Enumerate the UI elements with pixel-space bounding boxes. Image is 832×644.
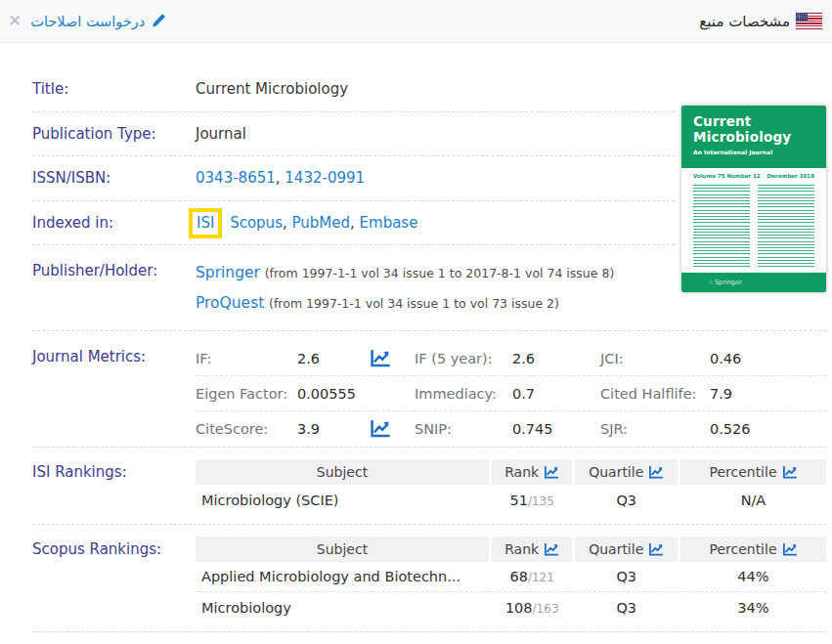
if-trend-chart-icon[interactable] (370, 349, 391, 368)
header-subject: Subject (196, 537, 489, 562)
header-rank: Rank (492, 459, 573, 485)
header-subject: Subject (196, 459, 489, 485)
publisher-note: (from 1997-1-1 vol 34 issue 1 to 2017-8-… (265, 266, 615, 280)
publisher-link-springer[interactable]: Springer (196, 264, 260, 281)
cover-publisher-logo: ⑃ Springer (681, 273, 826, 292)
quartile-cell: Q3 (575, 569, 677, 584)
publisher-entry: Springer (from 1997-1-1 vol 34 issue 1 t… (196, 258, 614, 288)
table-row: Microbiology 108/163 Q3 34% (196, 592, 826, 623)
scopus-rankings-table: Subject Rank Quartile Percentile Applied… (196, 537, 826, 623)
percentile-cell: 44% (680, 569, 826, 584)
header-percentile: Percentile (680, 459, 826, 485)
section-label: Journal Metrics: (32, 341, 196, 365)
publisher-note: (from 1997-1-1 vol 34 issue 1 to vol 73 … (269, 296, 559, 311)
field-row-issn: ISSN/ISBN: 0343-8651, 1432-0991 (32, 156, 675, 201)
cover-volume: Volume 75 Number 12 (693, 173, 761, 179)
separator: , (350, 214, 360, 232)
cover-date: December 2018 (766, 173, 814, 179)
percentile-cell: 34% (680, 600, 826, 616)
metric-if: IF: 2.6 (196, 341, 415, 376)
quartile-trend-chart-icon[interactable] (648, 542, 664, 557)
publisher-entry: ProQuest (from 1997-1-1 vol 34 issue 1 t… (196, 288, 614, 319)
cover-subtitle: An International Journal (693, 149, 816, 155)
rank-trend-chart-icon[interactable] (544, 465, 559, 480)
field-label: ISSN/ISBN: (32, 169, 196, 187)
field-row-publication-type: Publication Type: Journal (32, 112, 675, 157)
pencil-icon (151, 14, 165, 28)
subject-cell: Microbiology (196, 600, 489, 616)
percentile-trend-chart-icon[interactable] (782, 542, 798, 557)
table-row: Microbiology (SCIE) 51/135 Q3 N/A (196, 485, 826, 515)
cover-article-list (681, 181, 826, 273)
journal-cover-image: Current Microbiology An International Jo… (681, 106, 826, 292)
header-quartile: Quartile (575, 537, 677, 562)
subject-cell: Microbiology (SCIE) (196, 493, 489, 508)
cover-volume-line: Volume 75 Number 12 December 2018 (681, 168, 826, 181)
rank-cell: 68/121 (492, 569, 573, 584)
separator: , (276, 169, 285, 187)
field-row-indexed-in: Indexed in: ISI Scopus, PubMed, Embase (32, 201, 675, 246)
index-link-scopus[interactable]: Scopus (230, 214, 283, 232)
metric-sjr: SJR: 0.526 (600, 411, 826, 447)
header-rank: Rank (492, 537, 573, 562)
metric-immediacy: Immediacy: 0.7 (415, 376, 600, 411)
metric-citescore: CiteScore: 3.9 (196, 411, 415, 447)
table-header: Subject Rank Quartile Percentile (196, 537, 826, 562)
field-label: Publisher/Holder: (32, 258, 196, 279)
record-details: Current Microbiology An International Jo… (0, 43, 832, 632)
field-label: Publication Type: (32, 125, 196, 143)
page-title: مشخصات منبع (699, 13, 790, 30)
field-label: Title: (32, 80, 196, 98)
basic-fields: Title: Current Microbiology Publication … (32, 67, 675, 245)
rank-trend-chart-icon[interactable] (544, 542, 559, 557)
scopus-rankings-section: Scopus Rankings: Subject Rank Quartile P… (32, 525, 826, 632)
close-icon[interactable]: ✕ (8, 13, 22, 29)
section-label: Scopus Rankings: (32, 537, 196, 558)
quartile-cell: Q3 (575, 493, 677, 508)
metric-cited-halflife: Cited Halflife: 7.9 (600, 376, 826, 411)
metric-snip: SNIP: 0.745 (415, 411, 600, 447)
cover-text-column (693, 185, 750, 267)
publication-type-value: Journal (196, 125, 246, 143)
cover-text-column (758, 185, 814, 267)
journal-title-value: Current Microbiology (196, 80, 348, 98)
rank-cell: 51/135 (492, 493, 573, 508)
table-header: Subject Rank Quartile Percentile (196, 459, 826, 485)
metric-eigen-factor: Eigen Factor: 0.00555 (196, 376, 415, 411)
issn-link[interactable]: 0343-8651 (196, 169, 276, 187)
isi-rankings-table: Subject Rank Quartile Percentile Microbi… (196, 459, 826, 515)
separator: , (283, 214, 292, 232)
percentile-cell: N/A (680, 493, 826, 508)
field-label: Indexed in: (32, 214, 196, 232)
publisher-link-proquest[interactable]: ProQuest (196, 294, 264, 312)
request-corrections-link[interactable]: درخواست اصلاحات (30, 14, 165, 29)
cover-header: Current Microbiology An International Jo… (681, 106, 826, 168)
issn-link[interactable]: 1432-0991 (285, 169, 365, 187)
subject-cell: Applied Microbiology and Biotechn... (196, 569, 489, 584)
index-link-pubmed[interactable]: PubMed (292, 214, 351, 232)
top-bar: ✕ درخواست اصلاحات مشخصات منبع (0, 0, 832, 43)
table-row: Applied Microbiology and Biotechn... 68/… (196, 562, 826, 592)
us-flag-icon[interactable] (796, 13, 822, 29)
header-percentile: Percentile (680, 537, 826, 562)
section-label: ISI Rankings: (32, 459, 196, 481)
isi-rankings-section: ISI Rankings: Subject Rank Quartile Perc… (32, 448, 826, 525)
index-link-isi[interactable]: ISI (197, 214, 214, 232)
field-row-title: Title: Current Microbiology (32, 67, 675, 112)
request-corrections-label: درخواست اصلاحات (30, 14, 145, 29)
metric-if5: IF (5 year): 2.6 (415, 341, 600, 376)
cover-title: Current Microbiology (693, 114, 816, 145)
quartile-cell: Q3 (575, 600, 677, 616)
citescore-trend-chart-icon[interactable] (370, 419, 391, 439)
quartile-trend-chart-icon[interactable] (648, 465, 664, 480)
metric-jci: JCI: 0.46 (600, 341, 826, 376)
rank-cell: 108/163 (492, 600, 573, 616)
metrics-grid: IF: 2.6 IF (5 year): 2.6 JCI: 0.46 Eigen… (196, 341, 826, 447)
percentile-trend-chart-icon[interactable] (782, 465, 798, 480)
isi-highlight-box: ISI (189, 208, 222, 238)
journal-metrics-section: Journal Metrics: IF: 2.6 IF (5 year): 2.… (32, 331, 826, 448)
header-quartile: Quartile (575, 459, 677, 485)
index-link-embase[interactable]: Embase (360, 214, 418, 232)
